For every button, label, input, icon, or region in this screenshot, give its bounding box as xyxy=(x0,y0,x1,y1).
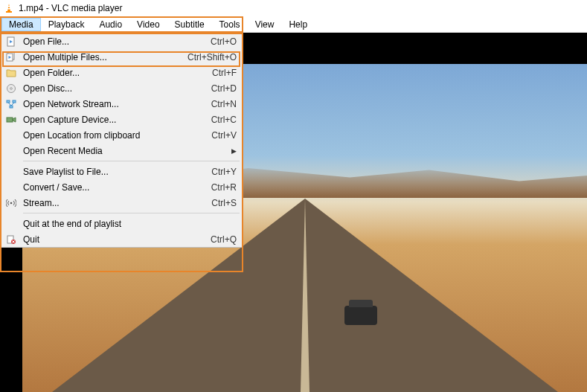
svg-rect-8 xyxy=(7,100,10,103)
menu-label: Convert / Save... xyxy=(19,182,211,193)
menu-shortcut: Ctrl+D xyxy=(211,83,237,94)
menu-label: Open Recent Media xyxy=(19,146,231,156)
menu-shortcut: Ctrl+C xyxy=(211,115,237,125)
menubar-media[interactable]: Media xyxy=(1,18,41,31)
menu-label: Open Disc... xyxy=(19,83,211,94)
quit-icon xyxy=(4,234,19,245)
vlc-cone-icon xyxy=(4,3,14,13)
menu-separator xyxy=(23,161,240,161)
submenu-arrow-icon: ▶ xyxy=(231,147,237,155)
file-play-icon xyxy=(4,36,19,47)
menu-label: Quit at the end of playlist xyxy=(19,219,237,229)
menu-stream[interactable]: Stream... Ctrl+S xyxy=(1,195,243,211)
svg-line-11 xyxy=(8,103,11,106)
menu-label: Open Location from clipboard xyxy=(19,130,211,141)
menu-open-folder[interactable]: Open Folder... Ctrl+F xyxy=(1,65,243,80)
menu-quit[interactable]: Quit Ctrl+Q xyxy=(1,231,243,247)
menu-open-multiple[interactable]: Open Multiple Files... Ctrl+Shift+O xyxy=(1,49,243,65)
menubar-video[interactable]: Video xyxy=(129,18,167,31)
menu-shortcut: Ctrl+N xyxy=(211,99,237,109)
menu-shortcut: Ctrl+F xyxy=(212,68,237,78)
menu-shortcut: Ctrl+O xyxy=(211,36,237,47)
menu-open-disc[interactable]: Open Disc... Ctrl+D xyxy=(1,80,243,96)
menubar-help[interactable]: Help xyxy=(281,18,315,31)
folder-icon xyxy=(4,68,19,78)
menu-quit-end[interactable]: Quit at the end of playlist xyxy=(1,216,243,231)
menu-shortcut: Ctrl+V xyxy=(211,130,237,141)
svg-rect-10 xyxy=(10,106,13,108)
menu-label: Save Playlist to File... xyxy=(19,167,211,177)
menubar: Media Playback Audio Video Subtitle Tool… xyxy=(0,16,587,33)
menu-shortcut: Ctrl+S xyxy=(211,198,237,208)
titlebar: 1.mp4 - VLC media player xyxy=(0,0,587,16)
menu-convert[interactable]: Convert / Save... Ctrl+R xyxy=(1,179,243,195)
svg-rect-9 xyxy=(13,100,16,103)
menu-label: Stream... xyxy=(19,198,211,208)
menu-save-playlist[interactable]: Save Playlist to File... Ctrl+Y xyxy=(1,164,243,179)
svg-point-14 xyxy=(10,202,13,204)
svg-rect-2 xyxy=(7,8,10,10)
svg-line-12 xyxy=(11,103,14,106)
menu-label: Open Multiple Files... xyxy=(19,52,187,62)
menu-separator xyxy=(23,213,240,213)
menu-shortcut: Ctrl+R xyxy=(211,182,237,193)
menubar-audio[interactable]: Audio xyxy=(92,18,129,31)
svg-rect-13 xyxy=(7,118,13,122)
menu-open-clipboard[interactable]: Open Location from clipboard Ctrl+V xyxy=(1,127,243,143)
svg-point-7 xyxy=(10,87,13,89)
menu-open-recent[interactable]: Open Recent Media ▶ xyxy=(1,143,243,158)
menu-open-capture[interactable]: Open Capture Device... Ctrl+C xyxy=(1,112,243,127)
svg-rect-1 xyxy=(8,6,10,7)
menu-open-network[interactable]: Open Network Stream... Ctrl+N xyxy=(1,96,243,112)
menubar-view[interactable]: View xyxy=(248,18,282,31)
network-icon xyxy=(4,99,19,109)
stream-icon xyxy=(4,198,19,208)
menu-label: Quit xyxy=(19,234,211,245)
menu-shortcut: Ctrl+Shift+O xyxy=(187,52,237,62)
menu-shortcut: Ctrl+Y xyxy=(211,167,237,177)
svg-rect-0 xyxy=(6,11,12,13)
capture-icon xyxy=(4,115,19,125)
menu-label: Open Capture Device... xyxy=(19,115,211,125)
menu-shortcut: Ctrl+Q xyxy=(211,234,237,245)
window-title: 1.mp4 - VLC media player xyxy=(19,3,122,13)
disc-icon xyxy=(4,83,19,94)
menu-open-file[interactable]: Open File... Ctrl+O xyxy=(1,33,243,49)
menubar-tools[interactable]: Tools xyxy=(212,18,248,31)
files-play-icon xyxy=(4,52,19,62)
menu-label: Open Folder... xyxy=(19,68,212,78)
menubar-playback[interactable]: Playback xyxy=(41,18,92,31)
menu-label: Open Network Stream... xyxy=(19,99,211,109)
menubar-subtitle[interactable]: Subtitle xyxy=(167,18,212,31)
menu-label: Open File... xyxy=(19,36,211,47)
media-dropdown: Open File... Ctrl+O Open Multiple Files.… xyxy=(0,33,243,248)
